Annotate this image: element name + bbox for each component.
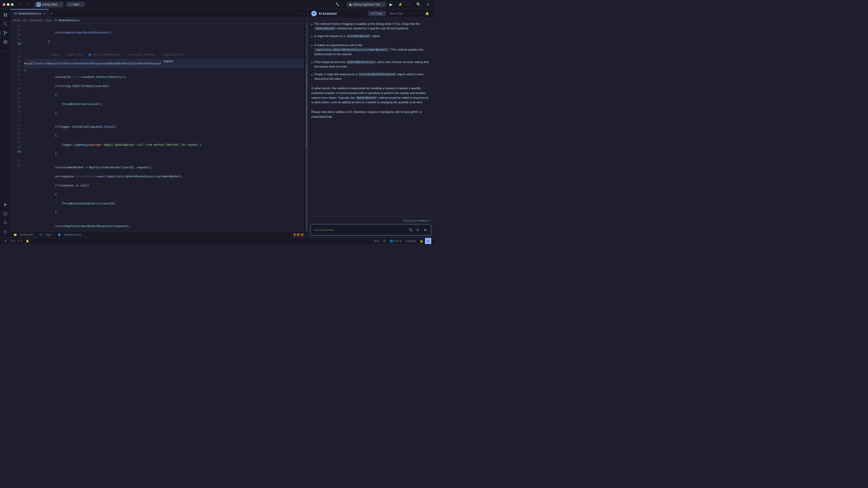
close-dot[interactable] bbox=[3, 3, 5, 6]
code-line-36: ●public override async Task<CustomerBask… bbox=[24, 59, 304, 68]
ai-input-field[interactable] bbox=[313, 228, 406, 232]
activity-settings[interactable] bbox=[1, 228, 9, 236]
ai-notification-button[interactable]: 🔔 bbox=[424, 10, 430, 17]
status-charset[interactable]: 🌐 UTF-8 bbox=[388, 238, 403, 244]
more-button[interactable]: ⋯ bbox=[406, 2, 413, 7]
activity-extensions[interactable] bbox=[1, 38, 9, 46]
scrollbar-thumb[interactable] bbox=[306, 65, 307, 148]
ai-message-1: • The method checks if logging is enable… bbox=[311, 22, 430, 31]
activity-run[interactable] bbox=[1, 201, 9, 209]
debug-button[interactable]: ⚡ bbox=[396, 1, 404, 7]
ai-message-3: • It makes an asynchronous call to the r… bbox=[311, 43, 430, 57]
breadcrumb-file[interactable]: BasketService.cs bbox=[59, 19, 80, 22]
host-badge[interactable]: ◉ eShop.AppHost: http ⌄ bbox=[347, 2, 386, 7]
ai-message-text-5: Finally, it maps the response to a Custo… bbox=[314, 72, 430, 81]
project-badge[interactable]: ES eShop.Web ⌄ bbox=[34, 2, 63, 7]
editor-area: C# BasketService.cs × ✓ ⋯ eShop › src › … bbox=[11, 9, 307, 238]
code-content[interactable]: return new CustomerBasketResponse(); } ?… bbox=[23, 23, 304, 231]
status-remote[interactable]: ⊕ bbox=[3, 238, 8, 244]
vertical-scrollbar[interactable] bbox=[306, 23, 307, 231]
ai-footer: Share your feedback ↗ 📎 ⊞ ➤ bbox=[308, 216, 434, 238]
ai-attach-button[interactable]: 📎 bbox=[408, 227, 413, 233]
project-info: ES eShop.Web ⌄ ⎇ main ⌄ bbox=[34, 2, 85, 7]
svg-point-20 bbox=[5, 231, 6, 232]
activity-explorer[interactable] bbox=[1, 11, 9, 19]
project-name: eShop.Web bbox=[42, 3, 57, 6]
error-icon: ✕ bbox=[10, 239, 13, 242]
maximize-dot[interactable] bbox=[11, 3, 13, 6]
ai-status-icon: ✦ bbox=[427, 239, 430, 243]
status-indent[interactable]: 4 spaces bbox=[403, 238, 418, 244]
ai-feedback-link[interactable]: Share your feedback ↗ bbox=[403, 219, 431, 222]
status-left: ⊕ ✕ 0 ⚠ 0 🔔 bbox=[3, 238, 31, 244]
ai-messages: • The method checks if logging is enable… bbox=[308, 18, 434, 216]
settings-button[interactable]: ⚙ bbox=[425, 1, 431, 7]
activity-notifications[interactable] bbox=[1, 219, 9, 227]
lock-icon: 🔒 bbox=[420, 239, 423, 242]
tab-all-chats[interactable]: All Chats bbox=[368, 11, 386, 16]
file-grpc-label[interactable]: Grpc bbox=[45, 233, 51, 236]
file-grpc-icon: </> bbox=[39, 233, 42, 236]
file-service-label[interactable]: BasketService bbox=[64, 233, 81, 236]
file-folder-label[interactable]: Basket.API bbox=[20, 233, 33, 236]
breadcrumb-eshop[interactable]: eShop bbox=[13, 19, 21, 22]
tools-chevron-icon: ⌄ bbox=[341, 3, 343, 6]
back-button[interactable]: ‹ bbox=[17, 1, 24, 8]
tab-close-icon[interactable]: × bbox=[43, 12, 45, 15]
breadcrumb-grpc[interactable]: Grpc bbox=[46, 19, 52, 22]
ai-code-button[interactable]: ⊞ bbox=[415, 227, 421, 233]
activity-more[interactable]: ⋯ bbox=[1, 47, 9, 55]
status-errors[interactable]: ✕ 0 ⚠ 0 bbox=[8, 238, 24, 244]
status-right: 36:5 LF 🌐 UTF-8 4 spaces 🔒 ✦ bbox=[372, 238, 431, 244]
lens-author[interactable]: 👤 Aditya Mandaleeka bbox=[88, 53, 120, 57]
project-avatar: ES bbox=[37, 2, 41, 6]
tab-filename: BasketService.cs bbox=[19, 12, 41, 15]
minimize-dot[interactable] bbox=[7, 3, 9, 6]
branch-name: main bbox=[73, 3, 79, 6]
tab-basketservice[interactable]: C# BasketService.cs × bbox=[11, 9, 49, 18]
activity-search[interactable] bbox=[1, 20, 9, 28]
status-notifications[interactable]: 🔔 bbox=[24, 238, 31, 244]
branch-badge[interactable]: ⎇ main ⌄ bbox=[66, 2, 85, 7]
code-line-41: ThrowNotAuthenticated(); bbox=[24, 100, 304, 109]
activity-source-control[interactable] bbox=[1, 29, 9, 37]
ai-more-button[interactable]: ⋯ bbox=[410, 10, 416, 17]
main-layout: ⋯ bbox=[0, 9, 434, 238]
code-line-33: return new CustomerBasketResponse(); bbox=[24, 28, 304, 37]
lens-overrides[interactable]: ? overrides bbox=[65, 53, 82, 57]
tab-menu-button[interactable]: ⋯ bbox=[299, 9, 307, 18]
code-line-55 bbox=[24, 217, 304, 222]
svg-rect-2 bbox=[4, 15, 5, 17]
breadcrumb-src[interactable]: src bbox=[23, 19, 27, 22]
ai-panel-title: AI Assistant bbox=[318, 12, 337, 15]
run-button[interactable]: ▶ bbox=[388, 1, 395, 8]
code-line-34: } bbox=[24, 37, 304, 46]
ai-feedback: Share your feedback ↗ bbox=[310, 218, 431, 224]
ai-minimize-button[interactable]: − bbox=[417, 10, 423, 17]
bullet-icon-1: • bbox=[311, 22, 313, 28]
nav-buttons: ‹ › bbox=[17, 1, 31, 8]
status-encoding[interactable]: LF bbox=[381, 238, 388, 244]
activity-test[interactable] bbox=[1, 210, 9, 218]
tools-button[interactable]: 🔧 ⌄ bbox=[333, 1, 345, 7]
branch-icon: ⎇ bbox=[68, 3, 71, 6]
lens-usages[interactable]: ? usages bbox=[47, 53, 59, 57]
ai-message-2: • It maps the request to a CustomerBaske… bbox=[311, 34, 430, 40]
forward-button[interactable]: › bbox=[24, 1, 31, 8]
status-lock[interactable]: 🔒 bbox=[418, 238, 425, 244]
tab-new-chat[interactable]: New Chat bbox=[387, 11, 406, 16]
search-button[interactable]: 🔍 bbox=[414, 1, 423, 7]
bullet-icon-3: • bbox=[311, 43, 313, 49]
activity-bar: ⋯ bbox=[0, 9, 11, 238]
code-line-37: { bbox=[24, 68, 304, 72]
status-position[interactable]: 36:5 bbox=[372, 238, 381, 244]
host-name: eShop.AppHost: http bbox=[353, 3, 380, 6]
breadcrumb-basketapi[interactable]: Basket.API bbox=[30, 19, 43, 22]
svg-rect-0 bbox=[4, 13, 5, 15]
lens-ext-methods[interactable]: ? extension methods bbox=[125, 53, 155, 57]
lens-exposing[interactable]: ? exposing APIs bbox=[161, 53, 184, 57]
ai-send-button[interactable]: ➤ bbox=[422, 227, 428, 233]
ai-message-text-1: The method checks if logging is enabled … bbox=[314, 22, 430, 31]
minimap bbox=[304, 23, 306, 231]
status-ai-button[interactable]: ✦ bbox=[425, 238, 431, 244]
